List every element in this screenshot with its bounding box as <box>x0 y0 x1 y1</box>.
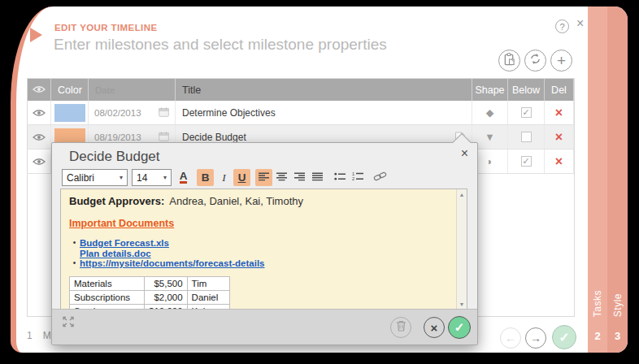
font-family-select[interactable]: Calibri ▾ <box>62 169 128 186</box>
bullet-spacer <box>69 249 80 259</box>
checkbox[interactable] <box>521 132 532 142</box>
checkbox[interactable]: ✓ <box>521 156 532 167</box>
tab-tasks[interactable]: Tasks 2 <box>588 6 607 353</box>
bulleted-list-button[interactable] <box>332 169 349 186</box>
edit-timeline-window: EDIT YOUR TIMELINE Enter milestones and … <box>11 6 628 353</box>
delete-row-button[interactable]: × <box>545 101 574 124</box>
note-link[interactable]: Plan details.doc <box>80 249 151 259</box>
approvers-label: Budget Approvers: <box>69 195 164 207</box>
color-swatch[interactable] <box>54 104 85 122</box>
calendar-icon[interactable] <box>159 132 169 143</box>
budget-item: Materials <box>70 276 145 290</box>
color-column-header: Color <box>51 79 89 101</box>
note-budget-table: Materials $5,500 Tim Subscriptions $2,00… <box>69 276 230 311</box>
below-checkbox[interactable]: ✓ <box>508 101 545 124</box>
close-icon: × <box>431 321 438 335</box>
dialog-close-button[interactable]: × <box>461 146 468 161</box>
tab-number: 2 <box>594 330 600 342</box>
below-checkbox[interactable] <box>508 125 545 149</box>
align-right-button[interactable] <box>291 169 308 186</box>
scroll-down-icon[interactable]: ▼ <box>459 301 465 307</box>
clipboard-icon <box>503 53 515 69</box>
calendar-icon[interactable] <box>159 107 169 119</box>
eye-icon <box>33 84 46 96</box>
shape-glyph: ▼ <box>485 132 494 143</box>
date-value: 08/02/2013 <box>94 108 141 118</box>
sync-milestones-button[interactable] <box>524 50 546 72</box>
align-center-button[interactable] <box>273 169 290 186</box>
visibility-toggle[interactable] <box>28 150 51 173</box>
scrollbar[interactable]: ▲ ▼ <box>456 189 467 310</box>
visibility-column-header <box>28 79 51 101</box>
confirm-note-button[interactable]: ✓ <box>448 316 471 339</box>
cancel-note-button[interactable]: × <box>424 317 445 338</box>
back-button[interactable]: ← <box>500 327 521 349</box>
bold-icon: B <box>202 171 210 184</box>
budget-amount: $2,000 <box>145 290 188 304</box>
screen: EDIT YOUR TIMELINE Enter milestones and … <box>0 0 639 364</box>
date-cell[interactable]: 08/02/2013 <box>89 101 176 124</box>
below-checkbox[interactable]: ✓ <box>508 150 545 173</box>
numbered-list-button[interactable]: 12 <box>350 169 367 186</box>
page-subtitle: Enter milestones and select milestone pr… <box>54 36 387 54</box>
italic-icon: I <box>222 171 226 184</box>
note-link[interactable]: Budget Forecast.xls <box>80 238 169 249</box>
numbered-list-icon: 12 <box>352 171 364 184</box>
tab-number: 3 <box>615 330 620 342</box>
font-family-value: Calibri <box>67 172 94 184</box>
plus-icon: + <box>557 52 566 70</box>
delete-row-button[interactable]: × <box>545 150 574 173</box>
note-rich-text-editor[interactable]: Budget Approvers:Andrea, Daniel, Kai, Ti… <box>60 188 467 310</box>
align-right-icon <box>294 171 306 184</box>
add-milestone-button[interactable]: + <box>550 50 572 72</box>
shape-cell-diamond[interactable]: ◆ <box>472 101 508 124</box>
scroll-up-icon[interactable]: ▲ <box>459 192 465 197</box>
link-chain-icon <box>373 171 387 184</box>
tab-label: Tasks <box>592 290 603 317</box>
note-link[interactable]: https://mysite/documents/forecast-detail… <box>80 258 265 269</box>
tab-style[interactable]: Style 3 <box>607 6 628 353</box>
question-mark-icon: ? <box>559 22 564 32</box>
bulleted-list-icon <box>334 171 346 184</box>
date-value: 08/19/2013 <box>94 132 141 142</box>
underline-icon: U <box>238 171 246 184</box>
bold-button[interactable]: B <box>197 169 214 186</box>
align-left-icon <box>259 171 270 184</box>
bullet-icon: • <box>69 258 80 269</box>
font-size-select[interactable]: 14 ▾ <box>132 169 172 186</box>
milestone-title: Decide Budget <box>182 132 246 143</box>
paste-milestones-button[interactable] <box>498 50 520 72</box>
align-left-button[interactable] <box>255 169 272 186</box>
check-icon: ✓ <box>454 320 465 335</box>
note-link-list: • Budget Forecast.xls Plan details.doc •… <box>69 238 459 269</box>
shape-glyph: ◆ <box>486 106 494 119</box>
delete-note-button[interactable] <box>390 317 411 338</box>
budget-owner: Tim <box>187 276 229 290</box>
table-row: 08/02/2013 Determine Objectives ◆ ✓ × <box>28 101 574 125</box>
bullet-icon: • <box>69 238 80 249</box>
align-center-icon <box>276 171 288 184</box>
underline-button[interactable]: U <box>233 169 250 186</box>
arrow-right-icon: → <box>530 332 541 344</box>
visibility-toggle[interactable] <box>28 101 51 124</box>
delete-row-button[interactable]: × <box>545 125 574 149</box>
checkbox[interactable]: ✓ <box>521 107 532 118</box>
table-row: Materials $5,500 Tim <box>70 276 230 290</box>
help-button[interactable]: ? <box>555 20 569 33</box>
title-cell[interactable]: Determine Objectives <box>176 101 472 124</box>
italic-button[interactable]: I <box>217 169 231 186</box>
dialog-title: Decide Budget <box>69 149 160 165</box>
color-picker-cell[interactable] <box>51 101 89 124</box>
svg-text:1: 1 <box>352 171 354 176</box>
insert-link-button[interactable] <box>372 169 389 186</box>
next-button[interactable]: → <box>525 327 546 349</box>
expand-dialog-button[interactable] <box>62 316 75 331</box>
finish-button[interactable]: ✓ <box>552 325 576 349</box>
window-close-button[interactable]: × <box>576 16 584 31</box>
dialog-footer: × ✓ <box>52 309 477 344</box>
align-justify-button[interactable] <box>309 169 326 186</box>
font-color-button[interactable]: A <box>175 169 192 186</box>
title-column-header: Title <box>176 79 472 101</box>
date-column-header: Date <box>89 79 176 101</box>
visibility-toggle[interactable] <box>28 125 51 149</box>
